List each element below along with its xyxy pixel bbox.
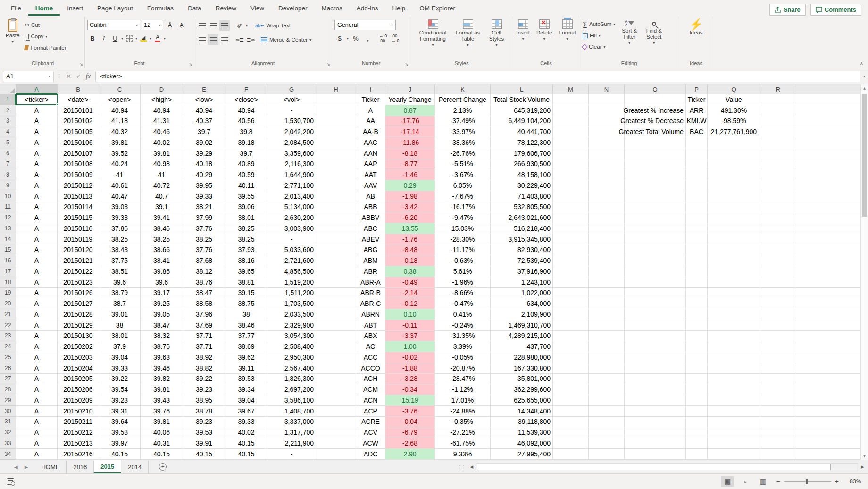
cell-N32[interactable]: [589, 427, 625, 438]
cell-K30[interactable]: -24.88%: [435, 406, 491, 417]
row-header-25[interactable]: 25: [0, 352, 16, 363]
cell-L1[interactable]: Total Stock Volume: [491, 94, 553, 105]
cell-N3[interactable]: [589, 116, 625, 127]
cell-R11[interactable]: [760, 202, 796, 213]
cell-D13[interactable]: 38.46: [141, 223, 183, 234]
cell-N2[interactable]: [589, 105, 625, 116]
cell-G34[interactable]: -: [267, 449, 316, 460]
cell-C27[interactable]: 39.22: [99, 374, 141, 385]
cell-B19[interactable]: 20150126: [58, 288, 99, 299]
cell-J5[interactable]: -11.86: [385, 137, 435, 148]
cell-N25[interactable]: [589, 352, 625, 363]
cell-K24[interactable]: 3.39%: [435, 341, 491, 352]
cell-J14[interactable]: -1.76: [385, 234, 435, 245]
cell-I26[interactable]: ACCO: [356, 363, 385, 374]
cell-J13[interactable]: 13.55: [385, 223, 435, 234]
cell-H23[interactable]: [316, 331, 356, 342]
cell-F1[interactable]: <close>: [225, 94, 267, 105]
cell-C17[interactable]: 38.51: [99, 266, 141, 277]
cell-M20[interactable]: [553, 298, 589, 309]
cell-E25[interactable]: 38.92: [183, 352, 225, 363]
horizontal-scrollbar[interactable]: [476, 463, 858, 471]
cell-F13[interactable]: 38.25: [225, 223, 267, 234]
cell-L30[interactable]: 14,348,400: [491, 406, 553, 417]
cell-M34[interactable]: [553, 449, 589, 460]
cell-Q20[interactable]: [708, 298, 760, 309]
cell-F28[interactable]: 39.34: [225, 384, 267, 395]
cell-K28[interactable]: -1.12%: [435, 384, 491, 395]
cell-K6[interactable]: -26.76%: [435, 148, 491, 159]
column-header-M[interactable]: M: [553, 84, 589, 94]
cell-I21[interactable]: ABRN: [356, 309, 385, 320]
cell-G9[interactable]: 2,771,100: [267, 180, 316, 191]
cell-H28[interactable]: [316, 384, 356, 395]
cell-J10[interactable]: -1.98: [385, 191, 435, 202]
cell-M10[interactable]: [553, 191, 589, 202]
cell-D28[interactable]: 39.81: [141, 384, 183, 395]
wrap-text-button[interactable]: ab↩Wrap Text: [254, 20, 292, 31]
row-header-8[interactable]: 8: [0, 169, 16, 180]
cell-R34[interactable]: [760, 449, 796, 460]
cell-G1[interactable]: <vol>: [267, 94, 316, 105]
cell-N34[interactable]: [589, 449, 625, 460]
cell-N16[interactable]: [589, 255, 625, 266]
cell-N26[interactable]: [589, 363, 625, 374]
font-family-select[interactable]: Calibri▾: [87, 20, 140, 30]
cell-K16[interactable]: -0.63%: [435, 255, 491, 266]
cell-D17[interactable]: 39.86: [141, 266, 183, 277]
cell-M11[interactable]: [553, 202, 589, 213]
cell-F34[interactable]: 40.15: [225, 449, 267, 460]
cell-G23[interactable]: 3,054,300: [267, 331, 316, 342]
name-box-dropdown-icon[interactable]: ▾: [49, 74, 50, 78]
cell-I1[interactable]: Ticker: [356, 94, 385, 105]
cell-L14[interactable]: 3,915,345,800: [491, 234, 553, 245]
clipboard-dialog-launcher[interactable]: ↘: [79, 62, 83, 67]
accounting-format-icon[interactable]: $: [334, 33, 345, 43]
zoom-in-icon[interactable]: +: [835, 478, 839, 485]
column-header-N[interactable]: N: [589, 84, 625, 94]
cell-Q6[interactable]: [708, 148, 760, 159]
cell-L26[interactable]: 167,330,800: [491, 363, 553, 374]
cell-N11[interactable]: [589, 202, 625, 213]
cell-K22[interactable]: -0.24%: [435, 320, 491, 331]
cell-L12[interactable]: 2,643,021,600: [491, 212, 553, 223]
cell-A21[interactable]: A: [16, 309, 58, 320]
cell-L32[interactable]: 11,539,300: [491, 427, 553, 438]
cell-B27[interactable]: 20150205: [58, 374, 99, 385]
cell-R30[interactable]: [760, 406, 796, 417]
cell-R21[interactable]: [760, 309, 796, 320]
cell-N27[interactable]: [589, 374, 625, 385]
ribbon-tab-page-layout[interactable]: Page Layout: [90, 1, 140, 16]
cell-D14[interactable]: 38.25: [141, 234, 183, 245]
cell-R20[interactable]: [760, 298, 796, 309]
cell-A34[interactable]: A: [16, 449, 58, 460]
cell-C32[interactable]: 39.58: [99, 427, 141, 438]
cell-H2[interactable]: [316, 105, 356, 116]
cell-E23[interactable]: 37.71: [183, 331, 225, 342]
cell-I22[interactable]: ABT: [356, 320, 385, 331]
cell-N22[interactable]: [589, 320, 625, 331]
cell-R26[interactable]: [760, 363, 796, 374]
cell-L8[interactable]: 48,158,100: [491, 169, 553, 180]
cell-G18[interactable]: 1,519,200: [267, 277, 316, 288]
name-box[interactable]: A1 ▾: [3, 71, 54, 82]
insert-cells-button[interactable]: Insert▾: [514, 17, 532, 59]
row-header-11[interactable]: 11: [0, 202, 16, 213]
cell-G33[interactable]: 2,211,900: [267, 438, 316, 449]
cell-J31[interactable]: -0.04: [385, 417, 435, 428]
cell-B2[interactable]: 20150101: [58, 105, 99, 116]
cell-M8[interactable]: [553, 169, 589, 180]
cell-C19[interactable]: 38.79: [99, 288, 141, 299]
cell-P12[interactable]: [686, 212, 708, 223]
cell-I28[interactable]: ACM: [356, 384, 385, 395]
cell-B14[interactable]: 20150119: [58, 234, 99, 245]
clear-button[interactable]: Clear▾: [582, 41, 616, 52]
cell-M21[interactable]: [553, 309, 589, 320]
cell-N29[interactable]: [589, 395, 625, 406]
accessibility-checker-icon[interactable]: [7, 478, 14, 485]
cell-G7[interactable]: 2,116,300: [267, 159, 316, 170]
ribbon-tab-add-ins[interactable]: Add-ins: [350, 1, 385, 16]
normal-view-icon[interactable]: ▦: [721, 476, 734, 487]
cut-button[interactable]: ✂Cut: [24, 19, 67, 31]
cell-O6[interactable]: [625, 148, 686, 159]
